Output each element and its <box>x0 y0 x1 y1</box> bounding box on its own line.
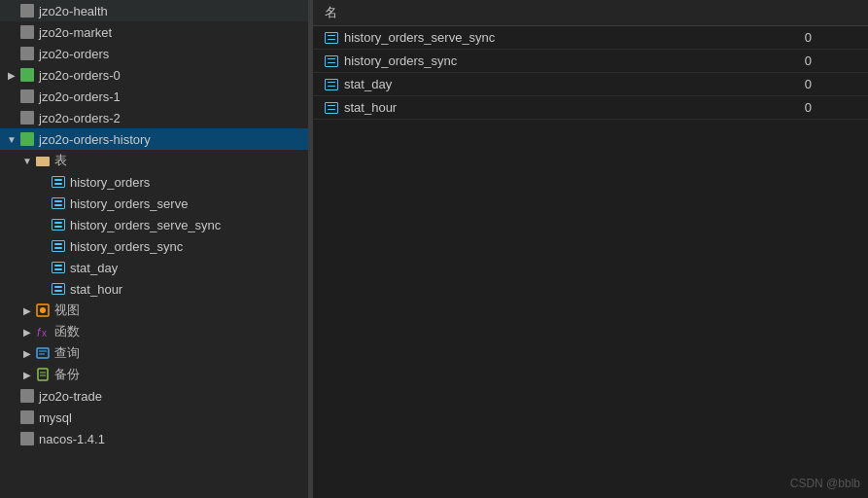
chevron-right-icon: ▶ <box>19 345 35 361</box>
sidebar-item-jzo2o-orders-2[interactable]: jzo2o-orders-2 <box>0 107 308 128</box>
sidebar-item-history-orders-serve[interactable]: history_orders_serve <box>0 193 308 214</box>
table-icon <box>51 238 66 254</box>
spacer-icon <box>4 3 19 18</box>
spacer-icon <box>4 46 19 61</box>
table-icon <box>51 260 66 275</box>
spacer-icon <box>4 110 19 125</box>
table-icon <box>51 196 66 211</box>
svg-rect-6 <box>37 348 49 358</box>
sidebar-item-biao[interactable]: ▼ 表 <box>0 150 308 171</box>
db-grey-icon <box>19 388 35 404</box>
sidebar-item-label: 备份 <box>54 366 80 383</box>
watermark: CSDN @bblb <box>790 477 860 490</box>
sidebar-item-jzo2o-orders-history[interactable]: ▼ jzo2o-orders-history <box>0 128 308 150</box>
sidebar-item-history-orders-sync[interactable]: history_orders_sync <box>0 235 308 257</box>
table-cell-value: 0 <box>793 73 868 96</box>
folder-icon <box>35 153 51 168</box>
db-grey-icon <box>19 3 35 18</box>
sidebar-item-label: jzo2o-orders-2 <box>39 111 121 125</box>
table-icon <box>51 217 66 232</box>
sidebar-item-jzo2o-orders-1[interactable]: jzo2o-orders-1 <box>0 86 308 107</box>
sidebar: jzo2o-health jzo2o-market jzo2o-orders ▶… <box>0 0 309 498</box>
sidebar-item-label: history_orders_serve <box>70 196 188 211</box>
sidebar-item-history-orders-serve-sync[interactable]: history_orders_serve_sync <box>0 214 308 235</box>
db-grey-icon <box>19 46 35 61</box>
sidebar-item-jzo2o-health[interactable]: jzo2o-health <box>0 0 308 21</box>
sidebar-item-label: history_orders_sync <box>70 239 183 254</box>
spacer-icon <box>4 89 19 104</box>
backup-icon <box>35 367 51 382</box>
chevron-right-icon: ▶ <box>19 324 35 339</box>
sidebar-item-label: stat_hour <box>70 282 122 297</box>
sidebar-item-label: jzo2o-health <box>39 4 108 18</box>
col-name-header: 名 <box>313 0 793 26</box>
sidebar-item-label: jzo2o-orders-history <box>39 132 151 147</box>
spacer-icon <box>4 24 19 40</box>
table-row[interactable]: history_orders_sync 0 <box>313 50 868 73</box>
sidebar-item-label: mysql <box>39 410 72 425</box>
sidebar-item-label: jzo2o-trade <box>39 389 102 404</box>
chevron-down-icon: ▼ <box>19 153 35 168</box>
sidebar-item-beifen[interactable]: ▶ 备份 <box>0 364 308 385</box>
table-view: 名 history_orders_serve_sync 0 histo <box>313 0 868 120</box>
sidebar-item-label: 表 <box>54 152 67 169</box>
sidebar-item-chaxun[interactable]: ▶ 查询 <box>0 342 308 364</box>
db-grey-icon <box>19 110 35 125</box>
sidebar-item-label: 函数 <box>54 323 80 340</box>
table-icon <box>51 174 66 190</box>
svg-point-3 <box>40 307 46 313</box>
spacer-icon <box>4 388 19 404</box>
query-icon <box>35 345 51 361</box>
chevron-right-icon: ▶ <box>19 302 35 318</box>
db-grey-icon <box>19 431 35 446</box>
table-icon <box>325 32 338 44</box>
table-icon <box>51 281 66 297</box>
db-green-icon <box>19 67 35 83</box>
db-grey-icon <box>19 24 35 40</box>
spacer-icon <box>4 409 19 425</box>
col-value-header <box>793 0 868 26</box>
table-row[interactable]: history_orders_serve_sync 0 <box>313 26 868 50</box>
db-grey-icon <box>19 89 35 104</box>
table-cell-name: stat_hour <box>313 96 793 120</box>
sidebar-item-label: 查询 <box>54 344 80 362</box>
sidebar-item-label: 视图 <box>54 302 80 319</box>
sidebar-item-nacos[interactable]: nacos-1.4.1 <box>0 428 308 449</box>
table-icon <box>325 79 338 90</box>
db-green-icon <box>19 131 35 147</box>
sidebar-item-jzo2o-trade[interactable]: jzo2o-trade <box>0 385 308 407</box>
table-cell-value: 0 <box>793 26 868 50</box>
sidebar-item-jzo2o-market[interactable]: jzo2o-market <box>0 21 308 43</box>
content-panel: 名 history_orders_serve_sync 0 histo <box>313 0 868 498</box>
sidebar-item-jzo2o-orders-0[interactable]: ▶ jzo2o-orders-0 <box>0 64 308 86</box>
sidebar-item-label: history_orders <box>70 175 150 190</box>
table-icon <box>325 55 338 67</box>
svg-rect-9 <box>38 369 48 380</box>
sidebar-item-stat-day[interactable]: stat_day <box>0 257 308 278</box>
sidebar-item-shitu[interactable]: ▶ 视图 <box>0 300 308 321</box>
sidebar-item-stat-hour[interactable]: stat_hour <box>0 278 308 300</box>
table-cell-name: history_orders_sync <box>313 50 793 73</box>
sidebar-item-mysql[interactable]: mysql <box>0 407 308 428</box>
table-cell-value: 0 <box>793 50 868 73</box>
sidebar-item-history-orders[interactable]: history_orders <box>0 171 308 193</box>
table-row[interactable]: stat_hour 0 <box>313 96 868 120</box>
sidebar-item-label: jzo2o-orders-0 <box>39 68 121 83</box>
table-icon <box>325 102 338 114</box>
sidebar-item-label: jzo2o-orders-1 <box>39 89 121 104</box>
chevron-right-icon: ▶ <box>19 367 35 382</box>
sidebar-item-label: nacos-1.4.1 <box>39 432 105 446</box>
chevron-right-icon: ▶ <box>4 67 19 83</box>
views-icon <box>35 302 51 318</box>
sidebar-item-jzo2o-orders[interactable]: jzo2o-orders <box>0 43 308 64</box>
table-cell-name: history_orders_serve_sync <box>313 26 793 50</box>
table-row[interactable]: stat_day 0 <box>313 73 868 96</box>
spacer-icon <box>4 431 19 446</box>
sidebar-item-label: history_orders_serve_sync <box>70 218 221 232</box>
sidebar-item-label: jzo2o-market <box>39 25 112 40</box>
sidebar-item-label: stat_day <box>70 261 118 275</box>
sidebar-item-hanshu[interactable]: ▶ f x 函数 <box>0 321 308 342</box>
table-cell-name: stat_day <box>313 73 793 96</box>
table-cell-value: 0 <box>793 96 868 120</box>
func-icon: f x <box>35 324 51 339</box>
